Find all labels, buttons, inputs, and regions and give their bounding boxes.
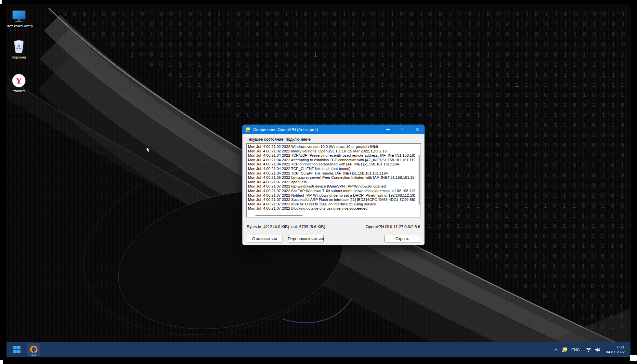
log-line: Mon Jul 4 00:21:07 2022 Successful ARP F…: [248, 198, 415, 202]
maximize-icon: [401, 128, 404, 131]
desktop-icon-recycle-bin[interactable]: Корзина: [6, 40, 34, 59]
openvpn-logo-icon: [29, 345, 38, 354]
recycle-bin-icon: [12, 40, 25, 54]
desktop-icon-label: Yandex: [6, 89, 34, 93]
volume-button[interactable]: [595, 347, 601, 352]
window-client-area: Текущее состояние: подключение Mon Jul 4…: [242, 134, 424, 245]
minimize-icon: [386, 129, 390, 130]
svg-text:Y: Y: [16, 75, 22, 85]
yandex-icon: Y: [12, 73, 26, 88]
connection-status: Текущее состояние: подключение: [247, 137, 311, 142]
log-line: Mon Jul 4 00:21:07 2022 open_tun: [248, 180, 415, 185]
frame-artifact: [630, 355, 637, 361]
log-box[interactable]: Mon Jul 4 00:21:02 2022 Windows version …: [246, 143, 421, 217]
wifi-icon: [586, 347, 592, 352]
log-line: Mon Jul 4 00:21:04 2022 TCP connection e…: [248, 162, 415, 167]
desktop-icon-this-pc[interactable]: Этот компьютер: [6, 10, 34, 28]
openvpn-version: OpenVPN GUI 11.27.0.0/2.5.6: [366, 225, 420, 229]
log-line: Mon Jul 4 00:21:07 2022 IPv4 MTU set to …: [248, 202, 415, 207]
tray-openvpn-icon[interactable]: [562, 347, 567, 352]
log-line: Mon Jul 4 00:21:07 2022 Notified TAP-Win…: [248, 193, 415, 198]
log-line: Mon Jul 4 00:21:02 2022 Windows version …: [248, 145, 415, 149]
taskbar-clock[interactable]: 0:21 04.07.2022: [606, 345, 625, 355]
close-icon: [415, 128, 419, 132]
taskbar-openvpn-button[interactable]: [27, 343, 40, 356]
desktop-icon-label: Корзина: [6, 55, 34, 59]
vertical-scrollbar-thumb[interactable]: [419, 155, 420, 205]
frame-artifact: [0, 360, 3, 364]
start-button[interactable]: [10, 343, 23, 356]
clock-date: 04.07.2022: [606, 350, 625, 355]
desktop: 1001001101001010110010011010010101100100…: [6, 5, 630, 357]
log-line: Mon Jul 4 00:21:07 2022 Blocking outside…: [248, 206, 415, 211]
openvpn-window-icon: [245, 127, 251, 132]
bytes-counter: Bytes in: 4112 (4.0 KiB) out: 6709 (6.6 …: [247, 225, 325, 229]
log-line: Mon Jul 4 00:21:02 2022 library versions…: [248, 149, 415, 154]
minimize-button[interactable]: [381, 125, 395, 134]
log-text: Mon Jul 4 00:21:02 2022 Windows version …: [248, 145, 415, 211]
language-indicator[interactable]: ENG: [571, 348, 580, 352]
this-pc-icon: [11, 10, 26, 23]
window-title: Соединение OpenVPN (Antizapret): [253, 127, 318, 132]
close-button[interactable]: [410, 125, 424, 134]
maximize-button[interactable]: [395, 125, 410, 134]
frame-artifact: [0, 0, 2, 4]
openvpn-status-window: Соединение OpenVPN (Antizapret) Текущее …: [242, 124, 425, 245]
system-tray: ENG 0:21 04.0: [554, 342, 630, 357]
hide-button[interactable]: Скрыть: [384, 235, 420, 242]
horizontal-scrollbar-thumb[interactable]: [255, 215, 303, 216]
screen: 1001001101001010110010011010010101100100…: [0, 0, 637, 364]
log-line: Mon Jul 4 00:21:04 2022 Attempting to es…: [248, 158, 415, 162]
chevron-up-icon: [554, 348, 558, 351]
openvpn-tray-icon: [562, 347, 567, 352]
desktop-icon-label: Этот компьютер: [6, 24, 34, 28]
desktop-icon-yandex[interactable]: Y Yandex: [6, 73, 34, 93]
speaker-icon: [595, 347, 601, 352]
window-titlebar[interactable]: Соединение OpenVPN (Antizapret): [242, 125, 424, 134]
disconnect-button[interactable]: Отключиться: [247, 235, 282, 242]
log-line: Mon Jul 4 00:21:04 2022 TCP_CLIENT link …: [248, 171, 415, 176]
tray-chevron-button[interactable]: [554, 348, 558, 351]
taskbar: ENG 0:21 04.0: [6, 342, 630, 357]
log-line: Mon Jul 4 00:21:04 2022 TCP/UDP: Preserv…: [248, 153, 415, 158]
log-line: Mon Jul 4 00:21:05 2022 [antizapret-serv…: [248, 176, 415, 180]
wifi-button[interactable]: [586, 347, 592, 352]
active-app-indicator: [31, 355, 36, 356]
windows-logo-icon: [13, 346, 20, 353]
log-line: Mon Jul 4 00:21:07 2022 tap-windows6 dev…: [248, 184, 415, 189]
reconnect-button[interactable]: Переподключиться: [288, 235, 324, 242]
log-line: Mon Jul 4 00:21:04 2022 TCP_CLIENT link …: [248, 167, 415, 171]
log-line: Mon Jul 4 00:21:07 2022 Set TAP-Windows …: [248, 189, 415, 193]
clock-time: 0:21: [606, 345, 625, 350]
